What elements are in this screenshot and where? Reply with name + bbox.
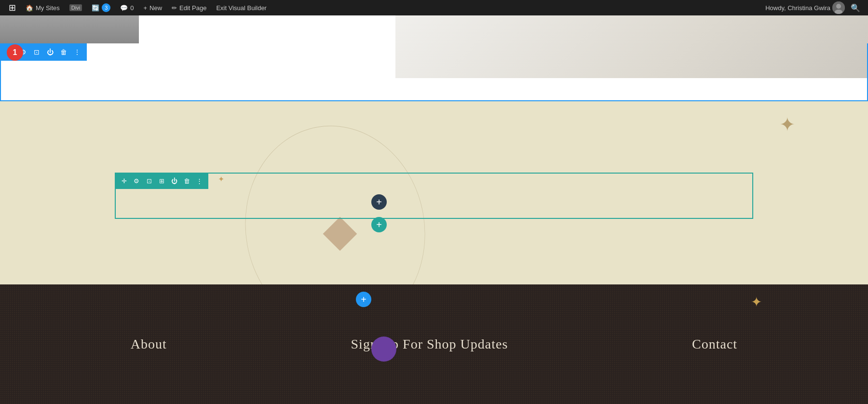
row1-section [0, 43, 868, 101]
avatar-img [832, 1, 845, 14]
admin-bar-right: Howdy, Christina Gwira 🔍 [765, 1, 864, 14]
row-toggle-btn[interactable]: ⏻ [43, 45, 57, 59]
divi-icon: Divi [69, 4, 82, 11]
star-decoration-top: ✦ [779, 115, 796, 134]
new-menu[interactable]: + New [138, 0, 167, 15]
wp-icon: ⊞ [9, 2, 16, 13]
add-content-btn-teal[interactable]: + [371, 217, 387, 232]
admin-bar: ⊞ 🏠 My Sites Divi Divi 🔄 3 💬 0 + New ✏ E… [0, 0, 868, 15]
footer-contact-link[interactable]: Contact [692, 337, 737, 352]
module-toolbar[interactable]: ✛ ⚙ ⊡ ⊞ ⏻ 🗑 ⋮ [115, 173, 208, 189]
home-icon: 🏠 [26, 4, 33, 12]
svg-point-1 [836, 4, 841, 9]
module-content-box [115, 173, 753, 219]
plus-icon: + [143, 4, 147, 12]
module-clone-btn[interactable]: ⊡ [143, 175, 155, 187]
module-move-btn[interactable]: ✛ [118, 175, 130, 187]
module-corner-star: ✦ [218, 175, 224, 184]
updates-menu[interactable]: 🔄 3 [87, 0, 115, 15]
edit-page-btn[interactable]: ✏ Edit Page [167, 0, 211, 15]
wp-logo[interactable]: ⊞ [4, 0, 21, 15]
star-decoration-footer: ✦ [751, 294, 762, 310]
purple-loading-dot [371, 337, 396, 362]
page-content: 1 ✛ ⚙ ⊡ ⏻ 🗑 ⋮ ✦ ✛ ⚙ ⊡ ⊞ ⏻ 🗑 ⋮ [0, 15, 868, 404]
divi-menu[interactable]: Divi Divi [65, 0, 87, 15]
section-badge: 1 [7, 44, 23, 61]
exit-visual-builder-btn[interactable]: Exit Visual Builder [211, 0, 271, 15]
comments-icon: 💬 [120, 4, 128, 12]
howdy-text: Howdy, Christina Gwira [765, 4, 830, 12]
top-left-image [0, 15, 139, 43]
footer: ✦ About Sign Up For Shop Updates Contact [0, 284, 868, 404]
user-avatar[interactable] [832, 1, 845, 14]
module-toggle-btn[interactable]: ⏻ [168, 175, 180, 187]
add-section-btn[interactable]: + [356, 292, 371, 307]
footer-about-link[interactable]: About [131, 337, 167, 352]
comments-menu[interactable]: 💬 0 [115, 0, 138, 15]
module-more-btn[interactable]: ⋮ [193, 175, 205, 187]
add-content-btn-dark[interactable]: + [371, 194, 387, 210]
row-clone-btn[interactable]: ⊡ [30, 45, 43, 59]
updates-icon: 🔄 [92, 4, 99, 12]
module-delete-btn[interactable]: 🗑 [180, 175, 193, 187]
row-delete-btn[interactable]: 🗑 [57, 45, 70, 59]
my-sites-menu[interactable]: 🏠 My Sites [21, 0, 65, 15]
row-more-btn[interactable]: ⋮ [70, 45, 84, 59]
module-settings-btn[interactable]: ⚙ [130, 175, 143, 187]
edit-icon: ✏ [172, 4, 177, 12]
search-icon[interactable]: 🔍 [847, 3, 864, 13]
main-content-area: ✦ ✛ ⚙ ⊡ ⊞ ⏻ 🗑 ⋮ ✦ + + [0, 101, 868, 284]
module-columns-btn[interactable]: ⊞ [155, 175, 168, 187]
